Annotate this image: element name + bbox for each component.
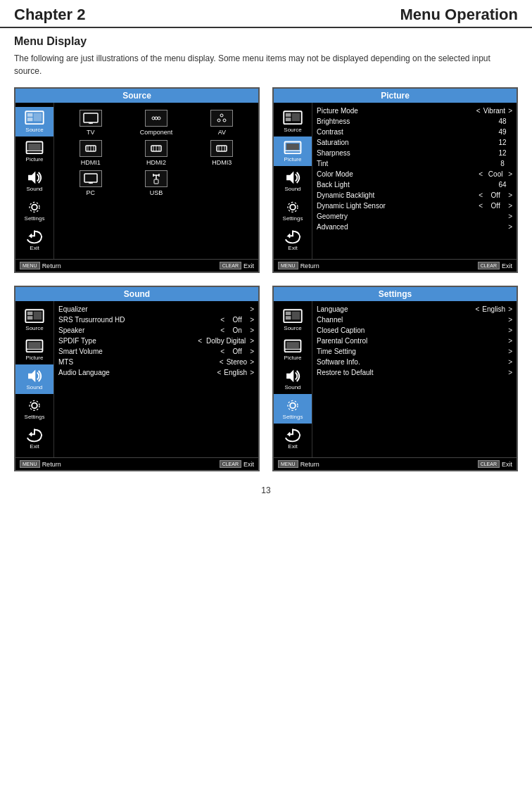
picture-menu-panel: Picture Source Picture (272, 87, 518, 273)
hdmi2-icon-box (145, 140, 167, 157)
settings-footer-exit: CLEAR Exit (478, 460, 512, 468)
source-sidebar: Source Picture Sound (15, 103, 54, 259)
return-label-4: Return (300, 461, 319, 468)
sidebar-item-exit-4[interactable]: Exit (274, 424, 312, 453)
source-pc[interactable]: PC (60, 170, 121, 196)
closed-caption-label: Closed Caption (317, 326, 508, 334)
sharpness-label: Sharpness (317, 149, 493, 157)
sidebar-label-sound: Sound (26, 186, 42, 192)
spdif-row: SPDIF Type < Dolby Digital > (58, 336, 254, 346)
svg-rect-41 (286, 117, 291, 121)
sidebar-item-settings-2[interactable]: Settings (274, 196, 312, 225)
hdmi2-label: HDMI2 (146, 159, 166, 166)
sound-footer-exit: CLEAR Exit (220, 460, 254, 468)
tv-icon-box (80, 110, 102, 127)
svg-point-17 (217, 119, 220, 122)
sound-panel-body: Source Picture Sound (15, 301, 258, 457)
sidebar-item-sound[interactable]: Sound (15, 166, 53, 196)
hdmi3-label: HDMI3 (212, 159, 232, 166)
svg-rect-42 (292, 113, 300, 120)
source-menu-panel: Source Source Picture (14, 87, 260, 273)
smart-volume-label: Smart Volume (58, 348, 220, 355)
equalizer-row: Equalizer > (58, 304, 254, 314)
restore-default-label: Restore to Default (317, 369, 508, 376)
source-component[interactable]: Component (125, 110, 186, 136)
svg-rect-51 (27, 316, 33, 319)
sidebar-label-picture-3: Picture (26, 355, 44, 361)
audio-language-row: Audio Language < English > (58, 367, 254, 378)
sidebar-item-exit-2[interactable]: Exit (274, 225, 312, 255)
exit-icon-4 (283, 427, 303, 443)
source-hdmi3[interactable]: HDMI3 (191, 140, 253, 166)
sharpness-row: Sharpness 12 (317, 148, 512, 158)
backlight-row: Back Light 64 (317, 179, 512, 190)
sidebar-item-sound-3[interactable]: Sound (15, 364, 53, 394)
sidebar-item-picture[interactable]: Picture (15, 136, 53, 166)
svg-rect-1 (27, 113, 33, 116)
picture-mode-controls: < Vibrant > (476, 107, 512, 115)
svg-point-18 (223, 119, 226, 122)
srs-label: SRS Trusurround HD (58, 316, 220, 324)
svg-point-15 (158, 117, 160, 120)
dynamic-light-sensor-row: Dynamic Light Sensor < Off > (317, 201, 512, 211)
svg-marker-56 (28, 369, 35, 382)
sidebar-item-picture-3[interactable]: Picture (15, 335, 53, 364)
svg-point-13 (152, 117, 155, 120)
sidebar-item-settings-4[interactable]: Settings (274, 394, 312, 424)
exit-icon-3 (25, 427, 44, 443)
brightness-row: Brightness 48 (317, 116, 512, 127)
settings-icon-4 (283, 398, 303, 413)
dynamic-light-sensor-label: Dynamic Light Sensor (317, 202, 479, 210)
source-tv[interactable]: TV (60, 110, 121, 136)
svg-rect-55 (28, 342, 41, 348)
exit-icon-2 (283, 229, 303, 244)
settings-panel-body: Source Picture Sound (274, 301, 517, 457)
sidebar-item-settings[interactable]: Settings (15, 196, 53, 225)
picture-icon-4 (283, 338, 303, 354)
settings-content: Language < English > Channel > Closed Ca… (312, 301, 517, 457)
settings-menu-panel: Settings Source Picture (272, 286, 518, 471)
channel-label: Channel (317, 316, 508, 324)
restore-default-row: Restore to Default > (317, 367, 512, 378)
sound-icon-2 (283, 170, 303, 185)
settings-icon-2 (283, 199, 303, 215)
settings-footer-return: MENU Return (278, 460, 319, 468)
sidebar-item-picture-2[interactable]: Picture (274, 136, 312, 166)
exit-label-2: Exit (502, 262, 512, 269)
svg-marker-66 (286, 369, 293, 382)
dynamic-backlight-row: Dynamic Backlight < Off > (317, 190, 512, 201)
return-label-2: Return (300, 262, 319, 269)
picture-panel-body: Source Picture Sound (274, 103, 517, 259)
section-desc: The following are just illustrations of … (14, 52, 518, 77)
sidebar-item-picture-4[interactable]: Picture (274, 335, 312, 364)
sidebar-item-exit-3[interactable]: Exit (15, 424, 53, 453)
sidebar-label-settings-3: Settings (25, 414, 45, 420)
contrast-row: Contrast 49 (317, 127, 512, 137)
source-panel-footer: MENU Return CLEAR Exit (15, 259, 258, 272)
tint-row: Tint 8 (317, 158, 512, 169)
sidebar-item-source-4[interactable]: Source (274, 305, 312, 335)
clear-button-4: CLEAR (478, 460, 500, 468)
sidebar-item-source-2[interactable]: Source (274, 107, 312, 136)
source-usb[interactable]: USB (125, 170, 186, 196)
svg-rect-65 (286, 342, 299, 348)
time-setting-label: Time Setting (317, 348, 508, 355)
page-header: Chapter 2 Menu Operation (0, 0, 532, 28)
sidebar-item-settings-3[interactable]: Settings (15, 394, 53, 424)
pc-label: PC (86, 189, 95, 196)
sidebar-label-picture-4: Picture (284, 355, 302, 361)
sidebar-item-source[interactable]: Source (15, 107, 53, 136)
sidebar-item-source-3[interactable]: Source (15, 305, 53, 335)
menu-button-2: MENU (278, 262, 298, 269)
sidebar-item-sound-2[interactable]: Sound (274, 166, 312, 196)
svg-rect-10 (84, 113, 98, 122)
audio-language-label: Audio Language (58, 369, 217, 376)
sidebar-item-sound-4[interactable]: Sound (274, 364, 312, 394)
source-hdmi1[interactable]: HDMI1 (60, 140, 121, 166)
source-icon (25, 110, 44, 126)
menu-button: MENU (20, 262, 40, 269)
source-hdmi2[interactable]: HDMI2 (125, 140, 186, 166)
sidebar-item-exit[interactable]: Exit (15, 225, 53, 255)
svg-rect-34 (154, 179, 158, 184)
source-av[interactable]: AV (191, 110, 253, 136)
